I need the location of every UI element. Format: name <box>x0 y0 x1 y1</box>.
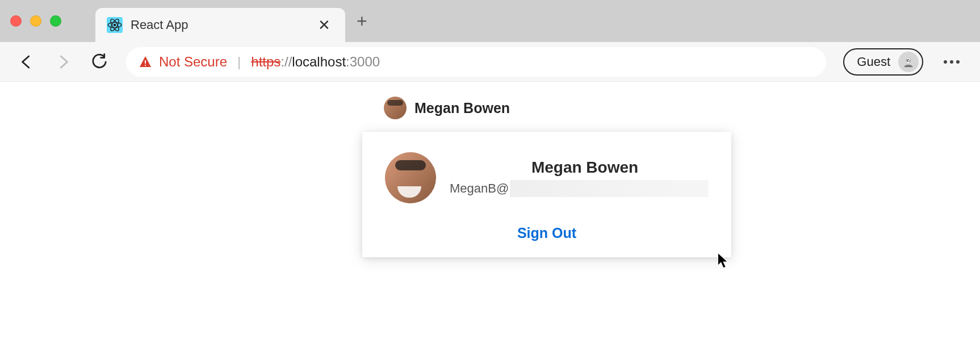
window-maximize-button[interactable] <box>50 15 61 27</box>
user-display-name: Megan Bowen <box>414 100 510 116</box>
more-menu-button[interactable] <box>940 57 963 67</box>
user-header[interactable]: Megan Bowen <box>384 97 510 119</box>
divider: | <box>237 54 241 70</box>
email-prefix: MeganB@ <box>450 181 509 196</box>
address-bar: Not Secure | https://localhost:3000 Gues… <box>0 42 980 82</box>
react-icon <box>107 17 123 33</box>
browser-tab[interactable]: React App ✕ <box>95 8 345 42</box>
tab-bar: React App ✕ + <box>0 0 980 42</box>
reload-button[interactable] <box>90 52 109 72</box>
url-text: https://localhost:3000 <box>251 54 380 70</box>
sign-out-button[interactable]: Sign Out <box>385 225 709 241</box>
new-tab-button[interactable]: + <box>357 12 367 30</box>
page-content: Megan Bowen Megan Bowen MeganB@ Sign Out <box>0 82 980 351</box>
email-redacted <box>510 180 709 197</box>
profile-label: Guest <box>857 55 890 69</box>
profile-info-row: Megan Bowen MeganB@ <box>385 152 709 203</box>
url-port: :3000 <box>346 54 380 69</box>
warning-icon <box>139 55 152 69</box>
svg-point-1 <box>114 24 116 27</box>
browser-chrome: React App ✕ + Not Secure | https://local… <box>0 0 980 82</box>
avatar-large <box>385 152 436 203</box>
profile-name: Megan Bowen <box>461 158 709 177</box>
url-separator: :// <box>280 54 292 69</box>
window-close-button[interactable] <box>10 15 22 27</box>
svg-rect-5 <box>145 60 146 64</box>
close-tab-icon[interactable]: ✕ <box>315 18 334 32</box>
profile-info: Megan Bowen MeganB@ <box>450 158 709 197</box>
profile-button[interactable]: Guest ? <box>843 48 923 76</box>
url-scheme: https <box>251 54 280 69</box>
forward-button[interactable] <box>53 52 73 72</box>
window-controls <box>10 15 61 27</box>
back-button[interactable] <box>17 52 36 72</box>
profile-flyout: Megan Bowen MeganB@ Sign Out <box>362 132 731 257</box>
profile-avatar-icon: ? <box>898 52 919 72</box>
svg-rect-6 <box>145 65 146 66</box>
window-minimize-button[interactable] <box>30 15 41 27</box>
url-host: localhost <box>292 54 346 69</box>
tab-title: React App <box>131 18 307 32</box>
url-input[interactable]: Not Secure | https://localhost:3000 <box>126 47 826 77</box>
avatar <box>384 97 407 119</box>
profile-email: MeganB@ <box>450 180 709 197</box>
svg-text:?: ? <box>906 56 911 64</box>
security-status: Not Secure <box>159 54 227 70</box>
